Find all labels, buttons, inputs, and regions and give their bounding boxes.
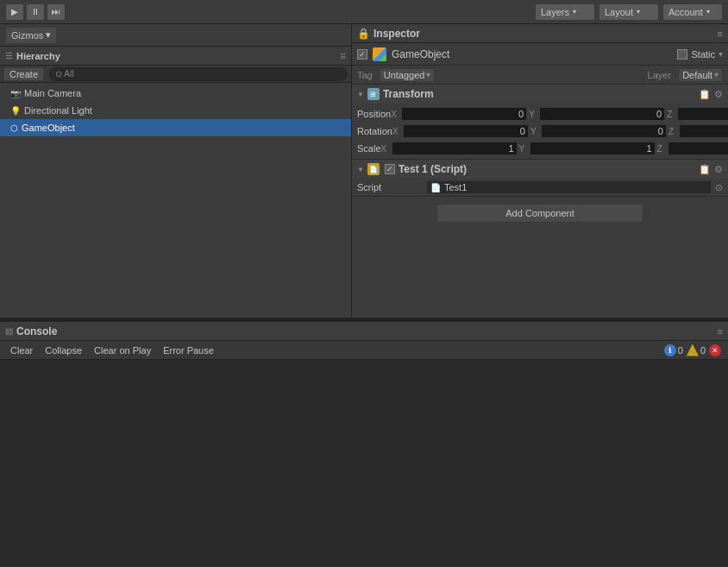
scale-z-field: Z — [657, 142, 728, 155]
gameobject-label: GameObject — [22, 123, 75, 133]
scale-z-label: Z — [657, 144, 666, 154]
script-gear-icon[interactable]: ⚙ — [714, 164, 723, 175]
console-panel: ▤ Console ≡ Clear Collapse Clear on Play… — [0, 321, 728, 567]
hierarchy-area: Gizmos ▾ ☰ Hierarchy ≡ Create ⊙ All — [0, 24, 352, 318]
script-label: Script — [357, 182, 426, 192]
directional-light-label: Directional Light — [24, 105, 92, 116]
scale-fields: X Y Z — [381, 142, 728, 155]
hierarchy-item-gameobject[interactable]: ⬡ GameObject — [0, 119, 351, 136]
add-component-row: Add Component — [352, 197, 728, 230]
gizmos-label: Gizmos — [11, 30, 43, 41]
script-name: Test1 — [444, 182, 467, 192]
console-clear-button[interactable]: Clear — [5, 343, 38, 358]
layers-dropdown[interactable]: Layers ▾ — [535, 3, 595, 21]
script-active-checkbox[interactable] — [385, 164, 395, 174]
static-label: Static — [691, 49, 715, 60]
gameobject-header: GameObject Static ▾ — [352, 43, 728, 66]
console-icon: ▤ — [5, 326, 13, 336]
inspector-lock-icon[interactable]: 🔒 — [357, 28, 370, 40]
rotation-z-label: Z — [668, 127, 677, 136]
info-icon: ℹ — [664, 344, 676, 356]
rotation-z-input[interactable] — [679, 124, 728, 138]
scale-x-label: X — [381, 144, 390, 154]
hierarchy-menu-button[interactable]: ≡ — [340, 50, 346, 62]
tag-layer-row: Tag Untagged ▾ Layer Default ▾ — [352, 66, 728, 85]
clear-label: Clear — [10, 345, 33, 356]
rotation-label: Rotation — [357, 126, 392, 136]
play-button[interactable]: ▶ — [5, 3, 24, 21]
rotation-fields: X Y Z — [392, 124, 728, 138]
rotation-x-field: X — [392, 124, 529, 138]
layer-dropdown[interactable]: Default ▾ — [678, 68, 723, 82]
console-error-pause-button[interactable]: Error Pause — [158, 343, 219, 358]
hierarchy-item-directional-light[interactable]: 💡 Directional Light — [0, 102, 351, 119]
position-fields: X Y Z — [391, 107, 728, 121]
scale-x-input[interactable] — [392, 142, 518, 155]
rotation-row: Rotation X Y Z — [352, 123, 728, 140]
add-component-label: Add Component — [505, 208, 574, 218]
console-clear-on-play-button[interactable]: Clear on Play — [89, 343, 156, 358]
script-value-field[interactable]: 📄 Test1 — [426, 180, 712, 194]
step-button[interactable]: ⏭ — [47, 3, 66, 21]
hierarchy-title: Hierarchy — [16, 51, 60, 61]
warn-icon — [687, 344, 699, 356]
scale-z-input[interactable] — [668, 142, 728, 155]
script-select-icon[interactable]: ⊙ — [715, 182, 723, 193]
tag-chevron-icon: ▾ — [426, 70, 430, 79]
gameobject-cube-icon — [373, 47, 386, 61]
pause-button[interactable]: ⏸ — [26, 3, 45, 21]
position-x-input[interactable] — [401, 107, 527, 121]
script-row: Script 📄 Test1 ⊙ — [352, 179, 728, 196]
transform-title: Transform — [383, 88, 434, 100]
rotation-x-input[interactable] — [403, 124, 529, 138]
light-icon: 💡 — [10, 106, 21, 116]
inspector-menu-icon[interactable]: ≡ — [718, 28, 723, 39]
position-y-input[interactable] — [539, 107, 665, 121]
script-copy-icon[interactable]: 📋 — [699, 164, 711, 175]
script-component-title: Test 1 (Script) — [399, 163, 467, 175]
clear-on-play-label: Clear on Play — [94, 345, 151, 356]
hierarchy-create-button[interactable]: Create — [3, 67, 44, 81]
layout-dropdown[interactable]: Layout ▾ — [599, 3, 659, 21]
layer-chevron-icon: ▾ — [714, 70, 719, 79]
inspector-panel: 🔒 Inspector ≡ GameObject Static ▾ Tag — [352, 24, 728, 318]
static-checkbox[interactable] — [677, 49, 687, 60]
static-section: Static ▾ — [677, 49, 723, 60]
tag-label: Tag — [357, 70, 373, 80]
static-dropdown-icon[interactable]: ▾ — [719, 49, 723, 59]
console-collapse-button[interactable]: Collapse — [40, 343, 87, 358]
hierarchy-icon: ☰ — [5, 51, 13, 60]
rotation-y-input[interactable] — [541, 124, 667, 138]
transform-settings: 📋 ⚙ — [699, 89, 723, 100]
tag-dropdown[interactable]: Untagged ▾ — [380, 68, 436, 82]
account-chevron-icon: ▾ — [706, 8, 710, 16]
gameobject-icon: ⬡ — [10, 123, 18, 133]
add-component-button[interactable]: Add Component — [436, 204, 643, 223]
transform-gear-icon[interactable]: ⚙ — [714, 89, 723, 100]
script-settings: 📋 ⚙ — [699, 164, 723, 175]
position-y-label: Y — [529, 110, 537, 119]
account-dropdown[interactable]: Account ▾ — [662, 3, 723, 21]
layers-label: Layers — [541, 7, 569, 17]
script-component-icon: 📄 — [367, 163, 380, 175]
console-toolbar: Clear Collapse Clear on Play Error Pause… — [0, 341, 728, 360]
warn-count: 0 — [700, 345, 706, 356]
create-label: Create — [9, 69, 38, 79]
gizmos-button[interactable]: Gizmos ▾ — [5, 27, 57, 44]
main-camera-label: Main Camera — [24, 88, 81, 98]
scale-x-field: X — [381, 142, 518, 155]
hierarchy-panel-header: ☰ Hierarchy ≡ — [0, 47, 351, 66]
transform-fields: Position X Y Z — [352, 104, 728, 159]
scale-y-field: Y — [519, 142, 656, 155]
transform-copy-icon[interactable]: 📋 — [699, 89, 711, 100]
console-error-badge: ✕ — [709, 344, 723, 356]
transform-component-header[interactable]: ▼ ⊞ Transform 📋 ⚙ — [352, 85, 728, 104]
hierarchy-search-input[interactable]: ⊙ All — [49, 67, 348, 81]
position-z-input[interactable] — [677, 107, 728, 121]
console-menu-button[interactable]: ≡ — [718, 326, 723, 337]
app-container: ▶ ⏸ ⏭ Layers ▾ Layout ▾ Account ▾ Gizmos… — [0, 0, 728, 567]
scale-y-input[interactable] — [530, 142, 656, 155]
hierarchy-item-main-camera[interactable]: 📷 Main Camera — [0, 85, 351, 102]
gameobject-active-checkbox[interactable] — [357, 49, 367, 60]
script-component-header[interactable]: ▼ 📄 Test 1 (Script) 📋 ⚙ — [352, 160, 728, 179]
